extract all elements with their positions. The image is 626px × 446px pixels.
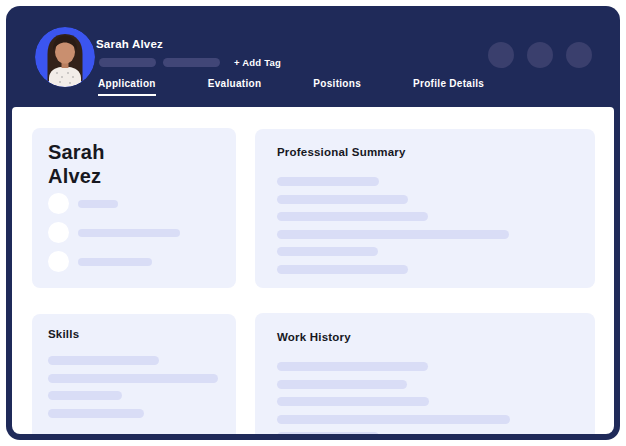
header-action-circle[interactable] [566, 42, 592, 68]
professional-summary-card: Professional Summary [255, 129, 595, 288]
skeleton-line [277, 195, 408, 204]
list-item-bullet [48, 251, 69, 272]
tag-placeholder [163, 58, 220, 67]
profile-list-item [48, 193, 220, 214]
skeleton-line [277, 362, 428, 371]
tab-profile-details[interactable]: Profile Details [413, 78, 484, 96]
tab-application[interactable]: Application [98, 78, 156, 96]
skeleton-line [277, 265, 408, 274]
tag-placeholder-row [99, 58, 220, 67]
skills-card: Skills [32, 314, 236, 434]
header-action-circle[interactable] [527, 42, 553, 68]
content-area: Sarah Alvez Professional Summary Skills … [12, 107, 614, 434]
skeleton-line [277, 432, 379, 434]
skeleton-lines [277, 177, 573, 274]
profile-list-item [48, 222, 220, 243]
list-item-bullet [48, 222, 69, 243]
profile-last-name: Alvez [48, 164, 220, 188]
skeleton-line [277, 212, 428, 221]
add-tag-button[interactable]: + Add Tag [234, 57, 281, 68]
tab-evaluation[interactable]: Evaluation [208, 78, 262, 96]
profile-list-item [48, 251, 220, 272]
candidate-profile-window: Sarah Alvez + Add Tag ApplicationEvaluat… [6, 6, 620, 440]
work-history-title: Work History [277, 331, 573, 343]
skeleton-line [48, 391, 122, 400]
list-item-bullet [48, 193, 69, 214]
skeleton-lines [277, 362, 573, 434]
skeleton-line [277, 177, 379, 186]
tag-placeholder [99, 58, 156, 67]
work-history-card: Work History [255, 313, 595, 434]
skeleton-line [78, 229, 180, 237]
skeleton-line [277, 380, 407, 389]
skeleton-line [78, 200, 118, 208]
skeleton-line [48, 374, 218, 383]
profile-first-name: Sarah [48, 140, 220, 164]
avatar-photo-icon [35, 27, 95, 87]
skeleton-line [48, 409, 144, 418]
skills-title: Skills [48, 328, 220, 340]
skeleton-lines [48, 356, 220, 418]
profile-card: Sarah Alvez [32, 128, 236, 288]
skeleton-line [277, 397, 429, 406]
tab-bar: ApplicationEvaluationPositionsProfile De… [98, 78, 484, 96]
profile-card-title: Sarah Alvez [48, 140, 220, 188]
profile-detail-list [48, 193, 220, 272]
skeleton-line [277, 415, 510, 424]
skeleton-line [48, 356, 159, 365]
candidate-avatar[interactable] [35, 27, 95, 87]
screenshot-stage: Sarah Alvez + Add Tag ApplicationEvaluat… [0, 0, 626, 446]
professional-summary-title: Professional Summary [277, 146, 573, 158]
skeleton-line [78, 258, 152, 266]
skeleton-line [277, 247, 378, 256]
header-action-row [488, 42, 592, 68]
skeleton-line [277, 230, 509, 239]
tab-positions[interactable]: Positions [313, 78, 361, 96]
header-action-circle[interactable] [488, 42, 514, 68]
candidate-name: Sarah Alvez [96, 38, 163, 50]
